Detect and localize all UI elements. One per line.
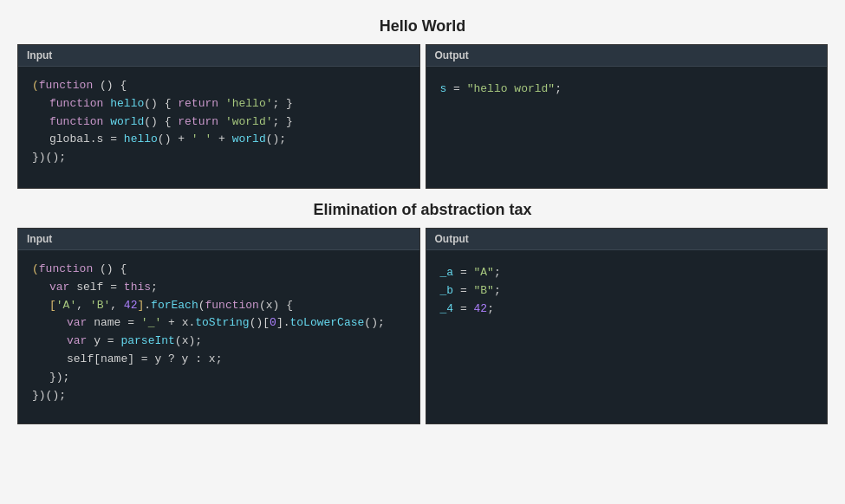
keyword: function	[39, 262, 93, 275]
string: "B"	[474, 284, 494, 297]
method: toLowerCase	[290, 316, 365, 329]
plain: () {	[93, 79, 127, 92]
method: parseInt	[120, 334, 174, 347]
plain: (	[198, 299, 205, 312]
plain: + x.	[161, 316, 195, 329]
eq: =	[453, 302, 473, 315]
plain: self =	[69, 281, 123, 294]
code-line: });	[32, 369, 406, 387]
plain: global.s =	[49, 132, 124, 145]
plain: ,	[76, 299, 90, 312]
code-line: var self = this;	[32, 279, 406, 297]
keyword: return	[178, 115, 218, 128]
output-label-1: Output	[426, 45, 828, 67]
code-line: (function () {	[32, 261, 406, 279]
code-line: function hello() { return 'hello'; }	[32, 95, 406, 113]
plain: );	[52, 151, 66, 164]
plain: .	[144, 299, 151, 312]
plain: ;	[151, 281, 158, 294]
keyword: function	[49, 97, 103, 110]
plain: ].	[276, 316, 290, 329]
plain: ; }	[273, 97, 293, 110]
code-line: })();	[32, 387, 406, 405]
paren: [	[49, 299, 56, 312]
paren: (	[32, 262, 39, 275]
var: _4	[440, 302, 454, 315]
plain: () {	[93, 262, 127, 275]
input-code-1: (function () { function hello() { return…	[18, 67, 419, 188]
output-panel-2: Output _a = "A"; _b = "B"; _4 = 42;	[426, 228, 829, 424]
section-abstraction-tax: Elimination of abstraction tax Input (fu…	[17, 201, 828, 424]
plain: ()[	[250, 316, 270, 329]
keyword: var	[49, 281, 69, 294]
output-code-1: s = "hello world";	[426, 67, 828, 188]
input-label-2: Input	[18, 229, 419, 250]
input-label-1: Input	[18, 45, 419, 67]
string: 'A'	[56, 299, 76, 312]
eq: ;	[494, 284, 501, 297]
var: _a	[440, 266, 454, 279]
plain: })(	[32, 389, 52, 402]
string: "A"	[474, 266, 494, 279]
plain: () +	[158, 132, 192, 145]
code-line: var y = parseInt(x);	[32, 333, 406, 351]
input-panel-1: Input (function () { function hello() { …	[17, 44, 420, 189]
eq: ;	[555, 82, 562, 95]
string: 'world'	[218, 115, 272, 128]
plain: });	[49, 371, 69, 384]
plain: ; }	[273, 115, 293, 128]
eq: =	[446, 82, 466, 95]
plain: y =	[87, 334, 120, 347]
code-line: (function () {	[32, 77, 406, 95]
plain: self[name] = y ? y : x;	[67, 352, 222, 365]
method: forEach	[151, 299, 198, 312]
code-line: _a = "A";	[440, 264, 814, 282]
plain: ();	[364, 316, 384, 329]
code-line: })();	[32, 149, 406, 167]
code-line: function world() { return 'world'; }	[32, 113, 406, 132]
plain: (x);	[175, 334, 202, 347]
code-line: ['A', 'B', 42].forEach(function(x) {	[32, 297, 406, 315]
section-hello-world: Hello World Input (function () { functio…	[17, 17, 828, 189]
number: 0	[270, 316, 276, 329]
keyword: function	[39, 79, 93, 92]
plain: ,	[110, 299, 124, 312]
title-hello-world: Hello World	[17, 17, 828, 36]
string: 'B'	[90, 299, 110, 312]
plain: );	[52, 389, 66, 402]
keyword: function	[205, 299, 259, 312]
fn-name: hello	[110, 97, 144, 110]
eq: =	[453, 266, 473, 279]
title-abstraction-tax: Elimination of abstraction tax	[17, 201, 828, 219]
plain: name =	[87, 316, 140, 329]
input-panel-2[interactable]: Input (function () { var self = this; ['…	[17, 228, 420, 424]
plain: (x) {	[259, 299, 293, 312]
plain: +	[211, 132, 231, 145]
string: 'hello'	[218, 97, 272, 110]
plain: () {	[144, 97, 178, 110]
eq: =	[453, 284, 473, 297]
method: toString	[195, 316, 249, 329]
plain: () {	[144, 115, 178, 128]
plain: })(	[32, 151, 52, 164]
keyword: function	[49, 115, 103, 128]
number: 42	[474, 302, 488, 315]
fn-name: world	[232, 132, 266, 145]
code-line: _4 = 42;	[440, 300, 814, 319]
keyword: this	[124, 281, 151, 294]
output-panel-1: Output s = "hello world";	[426, 44, 829, 189]
code-line: global.s = hello() + ' ' + world();	[32, 131, 406, 149]
code-line: _b = "B";	[440, 282, 814, 300]
var: _b	[440, 284, 454, 297]
number: 42	[124, 299, 138, 312]
output-label-2: Output	[426, 229, 828, 250]
keyword: var	[67, 334, 87, 347]
code-line: var name = '_' + x.toString()[0].toLower…	[32, 314, 406, 333]
input-code-2: (function () { var self = this; ['A', 'B…	[18, 250, 419, 423]
fn-name: hello	[124, 132, 158, 145]
string: "hello world"	[467, 82, 555, 95]
output-code-2: _a = "A"; _b = "B"; _4 = 42;	[426, 250, 828, 423]
string: '_'	[141, 316, 161, 329]
eq: ;	[494, 266, 501, 279]
string: ' '	[192, 132, 211, 145]
